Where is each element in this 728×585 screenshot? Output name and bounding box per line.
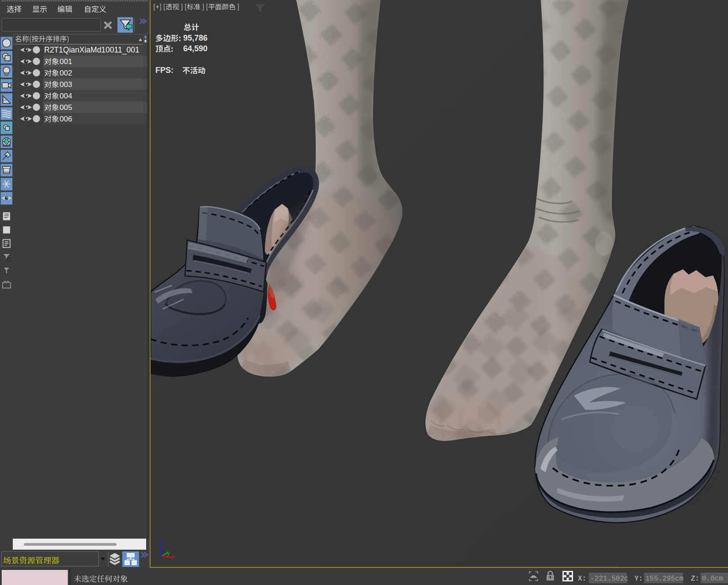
svg-text:y: y <box>167 549 170 556</box>
svg-text:006: 006 <box>60 115 72 123</box>
svg-text:64,590: 64,590 <box>183 44 207 53</box>
svg-text:0.0cm: 0.0cm <box>702 575 723 583</box>
svg-text:FPS:: FPS: <box>155 66 174 75</box>
svg-text:-221.502c: -221.502c <box>590 575 628 583</box>
svg-text:X:: X: <box>578 575 586 583</box>
svg-text:Y:: Y: <box>634 575 643 583</box>
svg-text:001: 001 <box>60 57 72 66</box>
svg-text:004: 004 <box>60 92 72 100</box>
svg-text:003: 003 <box>60 80 72 89</box>
svg-text:Z:: Z: <box>691 575 699 583</box>
svg-text:002: 002 <box>60 69 72 77</box>
svg-text:155.295cm: 155.295cm <box>645 575 683 583</box>
svg-text:005: 005 <box>60 103 72 112</box>
svg-text:x: x <box>171 553 174 560</box>
svg-text:R2T1QianXiaMd10011_001: R2T1QianXiaMd10011_001 <box>44 45 140 55</box>
svg-text:Z: Z <box>159 540 163 547</box>
svg-text:95,786: 95,786 <box>183 34 207 42</box>
